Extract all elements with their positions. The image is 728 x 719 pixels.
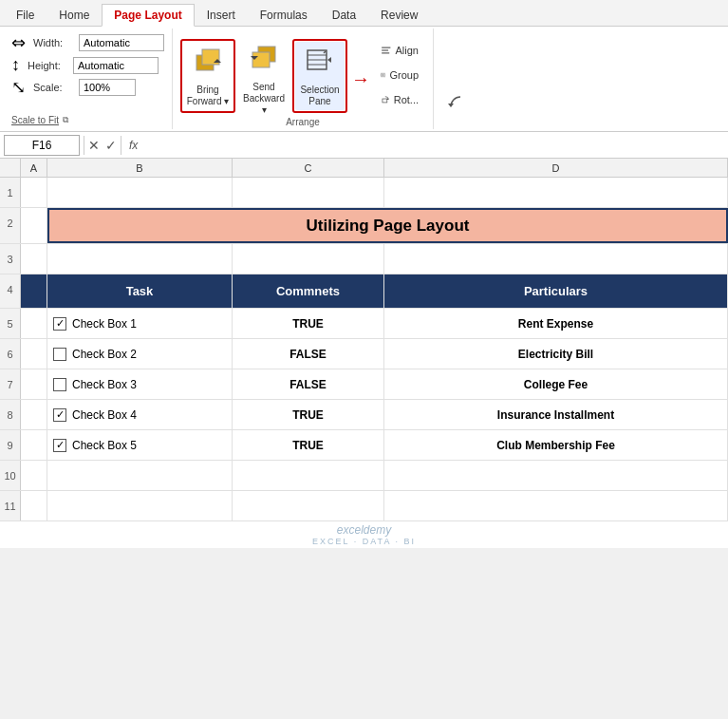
bring-forward-icon [193, 46, 223, 83]
formula-input[interactable] [145, 139, 724, 152]
group-icon [381, 66, 385, 85]
scale-label: Scale: [33, 82, 75, 93]
cell-particular1[interactable]: Rent Expense [384, 309, 728, 338]
svg-rect-4 [252, 52, 270, 67]
dialog-launcher-icon[interactable]: ⧉ [63, 115, 68, 125]
sheet-area: A B C D 1 2 Utilizing Page Layout 3 4 Ta… [0, 159, 728, 521]
align-label: Align [396, 45, 419, 56]
cell-comments-header[interactable]: Commnets [233, 274, 384, 308]
height-input[interactable] [73, 57, 159, 74]
group-button[interactable]: Group [378, 64, 421, 86]
rotate-button[interactable]: Rot... [378, 88, 421, 111]
scale-to-fit-label[interactable]: Scale to Fit [11, 115, 59, 125]
cell-d11[interactable] [384, 491, 728, 520]
checkbox-5[interactable] [53, 439, 66, 452]
bring-forward-button[interactable]: BringForward ▾ [183, 42, 233, 110]
cell-a5[interactable] [21, 309, 47, 338]
cell-comment4[interactable]: TRUE [233, 400, 384, 429]
cell-c11[interactable] [233, 491, 384, 520]
group-label: Group [389, 69, 419, 81]
col-header-b[interactable]: B [47, 159, 233, 177]
row-10: 10 [0, 461, 728, 491]
row-num-8: 8 [0, 400, 21, 429]
cell-comment5[interactable]: TRUE [233, 430, 384, 460]
cell-a3[interactable] [21, 244, 47, 274]
cell-a9[interactable] [21, 430, 47, 460]
cell-comment3[interactable]: FALSE [233, 369, 384, 399]
scale-input[interactable] [79, 79, 136, 96]
cell-a8[interactable] [21, 400, 47, 429]
selection-pane-icon [305, 46, 335, 83]
cell-comment2[interactable]: FALSE [233, 339, 384, 369]
checkbox-4-label: Check Box 4 [72, 408, 137, 422]
row-num-6: 6 [0, 339, 21, 369]
tab-review[interactable]: Review [368, 4, 430, 26]
cell-particulars-header[interactable]: Particulars [384, 274, 728, 308]
row-num-10: 10 [0, 461, 21, 490]
cell-d10[interactable] [384, 461, 728, 490]
cell-b3[interactable] [47, 244, 233, 274]
cell-cb3[interactable]: Check Box 3 [47, 369, 233, 399]
cell-comment1[interactable]: TRUE [233, 309, 384, 338]
row-1: 1 [0, 178, 728, 208]
tab-insert[interactable]: Insert [195, 4, 248, 26]
col-header-d[interactable]: D [384, 159, 728, 177]
checkbox-3[interactable] [53, 378, 66, 391]
cell-a6[interactable] [21, 339, 47, 369]
cell-c10[interactable] [233, 461, 384, 490]
confirm-formula-icon[interactable]: ✓ [105, 138, 117, 153]
width-input[interactable] [79, 34, 164, 51]
row-8: 8 Check Box 4 TRUE Insurance Installment [0, 400, 728, 430]
align-button[interactable]: Align [378, 39, 421, 62]
scale-to-fit-group: ⇔ Width: ↕ Height: ⤡ Scale: Scale to Fit… [4, 28, 173, 129]
watermark: exceldemy EXCEL · DATA · BI [0, 521, 728, 548]
cell-particular5[interactable]: Club Membership Fee [384, 430, 728, 460]
checkbox-2[interactable] [53, 348, 66, 361]
svg-marker-10 [327, 57, 331, 63]
col-header-c[interactable]: C [233, 159, 384, 177]
cell-a2[interactable] [21, 208, 47, 243]
cell-d3[interactable] [384, 244, 728, 274]
cell-a1[interactable] [21, 178, 47, 207]
cell-cb1[interactable]: Check Box 1 [47, 309, 233, 338]
column-headers: A B C D [0, 159, 728, 178]
cell-particular4[interactable]: Insurance Installment [384, 400, 728, 429]
col-header-a[interactable]: A [21, 159, 47, 177]
cell-c1[interactable] [233, 178, 384, 207]
cancel-formula-icon[interactable]: ✕ [88, 138, 100, 153]
cell-title[interactable]: Utilizing Page Layout [47, 208, 728, 243]
cell-d1[interactable] [384, 178, 728, 207]
cell-cb5[interactable]: Check Box 5 [47, 430, 233, 460]
formula-icons: ✕ ✓ [88, 138, 117, 153]
checkbox-1[interactable] [53, 317, 66, 331]
send-backward-button[interactable]: SendBackward ▾ [239, 45, 289, 113]
row-num-5: 5 [0, 309, 21, 338]
cell-b10[interactable] [47, 461, 233, 490]
selection-pane-button[interactable]: SelectionPane [295, 42, 345, 110]
cell-cb2[interactable]: Check Box 2 [47, 339, 233, 369]
name-box[interactable] [4, 135, 80, 156]
cell-particular2[interactable]: Electricity Bill [384, 339, 728, 369]
row-num-header [0, 159, 21, 177]
tab-home[interactable]: Home [47, 4, 102, 26]
tab-data[interactable]: Data [320, 4, 368, 26]
tab-formulas[interactable]: Formulas [248, 4, 320, 26]
cell-a7[interactable] [21, 369, 47, 399]
bring-forward-label: BringForward ▾ [187, 85, 229, 107]
tab-file[interactable]: File [4, 4, 47, 26]
cell-c3[interactable] [233, 244, 384, 274]
cell-particular3[interactable]: College Fee [384, 369, 728, 399]
row-3: 3 [0, 244, 728, 274]
tab-page-layout[interactable]: Page Layout [102, 4, 194, 27]
checkbox-1-label: Check Box 1 [72, 317, 137, 331]
cell-cb4[interactable]: Check Box 4 [47, 400, 233, 429]
cell-b11[interactable] [47, 491, 233, 520]
checkbox-4[interactable] [53, 408, 66, 422]
cell-a10[interactable] [21, 461, 47, 490]
cell-task-header[interactable]: Task [47, 274, 233, 308]
cell-a4[interactable] [21, 274, 47, 308]
rotate-back-button[interactable] [441, 93, 479, 120]
row-num-3: 3 [0, 244, 21, 274]
cell-b1[interactable] [47, 178, 233, 207]
cell-a11[interactable] [21, 491, 47, 520]
